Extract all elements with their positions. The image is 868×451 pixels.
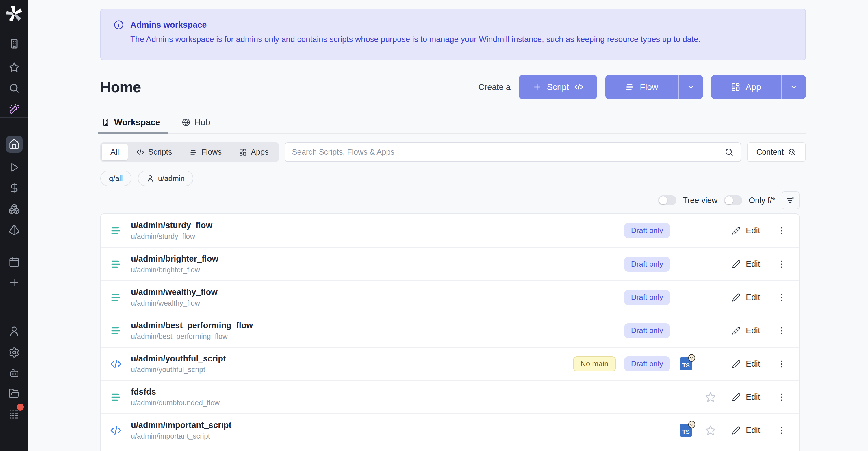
item-title[interactable]: u/admin/brighter_flow (131, 254, 218, 264)
flow-icon (110, 225, 122, 237)
bun-icon (688, 353, 696, 362)
list-item[interactable]: u/admin/sturdy_flow u/admin/sturdy_flow … (101, 214, 799, 247)
list-item[interactable]: u/admin/generous_flow (101, 447, 799, 451)
kebab-menu-icon[interactable] (776, 226, 787, 236)
star-icon[interactable] (703, 391, 719, 403)
tree-view-toggle[interactable] (658, 196, 676, 205)
search-icon[interactable] (7, 82, 21, 95)
workspace-building-icon[interactable] (7, 37, 21, 50)
flow-icon (110, 292, 122, 303)
list-item[interactable]: fdsfds u/admin/dumbfounded_flow (101, 380, 799, 413)
kebab-menu-icon[interactable] (776, 359, 787, 369)
language-icon: TS (678, 424, 694, 437)
item-path: u/admin/important_script (131, 432, 231, 440)
page-title: Home (100, 78, 141, 96)
filter-scripts[interactable]: Scripts (128, 144, 181, 160)
edit-button[interactable]: Edit (727, 422, 765, 439)
list-item[interactable]: u/admin/wealthy_flow u/admin/wealthy_flo… (101, 280, 799, 314)
banner-title: Admins workspace (130, 20, 207, 30)
item-title[interactable]: u/admin/wealthy_flow (131, 288, 218, 297)
list-item[interactable]: u/admin/best_performing_flow u/admin/bes… (101, 314, 799, 347)
home-icon[interactable] (6, 136, 23, 153)
tag-g-all[interactable]: g/all (100, 171, 131, 186)
create-app-button-group: App (711, 75, 806, 99)
search-input[interactable] (292, 148, 724, 157)
item-title[interactable]: u/admin/best_performing_flow (131, 321, 253, 330)
filter-settings-button[interactable] (782, 191, 800, 209)
filter-flows[interactable]: Flows (181, 144, 230, 160)
item-title[interactable]: u/admin/youthful_script (131, 354, 226, 363)
status-badge: Draft only (624, 223, 670, 238)
edit-button[interactable]: Edit (727, 322, 765, 339)
kebab-menu-icon[interactable] (776, 326, 787, 336)
pencil-icon (732, 360, 741, 368)
star-icon[interactable] (703, 425, 719, 436)
item-title[interactable]: u/admin/important_script (131, 420, 231, 430)
add-plus-icon[interactable] (7, 276, 21, 289)
item-path: u/admin/youthful_script (131, 365, 226, 374)
pencil-icon (732, 227, 741, 235)
windmill-logo-icon[interactable] (6, 6, 22, 21)
create-app-dropdown[interactable] (781, 75, 806, 99)
edit-button[interactable]: Edit (727, 355, 765, 373)
create-app-button[interactable]: App (711, 75, 781, 99)
item-title[interactable]: fdsfds (131, 387, 220, 397)
language-icon: TS (678, 357, 694, 371)
list-item[interactable]: u/admin/youthful_script u/admin/youthful… (101, 347, 799, 380)
edit-button[interactable]: Edit (727, 255, 765, 273)
ai-wand-icon[interactable] (7, 102, 21, 116)
plus-icon (532, 82, 542, 92)
item-title[interactable]: u/admin/sturdy_flow (131, 220, 212, 230)
code-icon (574, 82, 583, 92)
bun-icon (688, 420, 696, 428)
view-options: Tree view Only f/* (100, 191, 806, 209)
workers-bot-icon[interactable] (7, 367, 21, 380)
flow-icon (110, 391, 122, 403)
list-item[interactable]: u/admin/important_script u/admin/importa… (101, 413, 799, 447)
flow-bars-icon (625, 82, 634, 92)
sidebar (0, 0, 28, 451)
variables-dollar-icon[interactable] (7, 182, 21, 195)
schedules-calendar-icon[interactable] (7, 255, 21, 269)
sidebar-divider (0, 25, 28, 25)
resources-boxes-icon[interactable] (7, 202, 21, 216)
tag-u-admin[interactable]: u/admin (138, 171, 194, 186)
runs-play-icon[interactable] (7, 161, 21, 174)
settings-gear-icon[interactable] (7, 346, 21, 359)
banner-body: The Admins workspace is for admins only … (130, 35, 793, 44)
sidebar-divider (0, 117, 28, 118)
search-icon[interactable] (724, 147, 734, 157)
code-icon (136, 148, 144, 156)
edit-button[interactable]: Edit (727, 289, 765, 306)
create-flow-button[interactable]: Flow (606, 75, 678, 99)
content-search-button[interactable]: Content (747, 142, 806, 162)
pencil-icon (732, 393, 741, 401)
edit-button[interactable]: Edit (727, 389, 765, 406)
create-script-button[interactable]: Script (519, 75, 597, 99)
kebab-menu-icon[interactable] (776, 259, 787, 269)
kebab-menu-icon[interactable] (776, 426, 787, 435)
create-label: Create a (478, 82, 510, 92)
script-icon (110, 425, 122, 436)
filter-apps[interactable]: Apps (230, 144, 277, 160)
item-path: u/admin/dumbfounded_flow (131, 399, 220, 407)
status-badge: Draft only (624, 290, 670, 305)
app-grid-icon (239, 148, 247, 156)
create-flow-dropdown[interactable] (678, 75, 703, 99)
tab-workspace[interactable]: Workspace (100, 117, 161, 133)
list-item[interactable]: u/admin/brighter_flow u/admin/brighter_f… (101, 247, 799, 280)
edit-button[interactable]: Edit (727, 222, 765, 239)
only-f-toggle[interactable] (724, 196, 742, 205)
search-code-icon (788, 148, 796, 156)
kebab-menu-icon[interactable] (776, 293, 787, 302)
globe-icon (182, 118, 190, 127)
folders-icon[interactable] (7, 387, 21, 400)
tab-hub[interactable]: Hub (181, 117, 212, 133)
triggers-pyramid-icon[interactable] (7, 223, 21, 237)
item-path: u/admin/sturdy_flow (131, 232, 212, 241)
tab-bar: Workspace Hub (100, 117, 806, 133)
kebab-menu-icon[interactable] (776, 392, 787, 402)
filter-all[interactable]: All (102, 144, 128, 160)
user-icon[interactable] (7, 324, 21, 338)
favorites-star-icon[interactable] (7, 61, 21, 74)
